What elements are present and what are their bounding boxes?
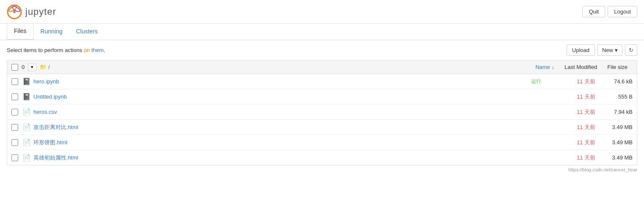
select-message: Select items to perform actions on them. bbox=[7, 47, 105, 53]
row-checkbox[interactable] bbox=[11, 154, 18, 161]
column-size[interactable]: File size bbox=[602, 64, 633, 70]
file-size: 3.49 MB bbox=[599, 124, 633, 130]
file-row: 📄 heros.csv 11 天前 7.94 kB bbox=[7, 104, 637, 120]
file-name[interactable]: hero.ipynb bbox=[33, 78, 531, 85]
new-button[interactable]: New ▾ bbox=[597, 44, 622, 56]
file-row: 📄 英雄初始属性.html 11 天前 3.49 MB bbox=[7, 150, 637, 165]
tab-clusters[interactable]: Clusters bbox=[69, 24, 104, 40]
row-checkbox[interactable] bbox=[11, 78, 18, 85]
file-size: 7.94 kB bbox=[599, 109, 633, 115]
file-icon: 📓 bbox=[22, 93, 31, 101]
file-modified: 11 天前 bbox=[545, 93, 595, 101]
file-icon: 📄 bbox=[22, 138, 31, 146]
logout-button[interactable]: Logout bbox=[608, 6, 637, 17]
tab-running[interactable]: Running bbox=[34, 24, 69, 40]
file-name[interactable]: 英雄初始属性.html bbox=[33, 154, 545, 162]
file-size: 74.6 kB bbox=[599, 78, 633, 85]
row-checkbox[interactable] bbox=[11, 124, 18, 131]
file-name[interactable]: 环形饼图.html bbox=[33, 139, 545, 146]
file-name[interactable]: 攻击距离对比.html bbox=[33, 124, 545, 131]
jupyter-logo-icon bbox=[7, 4, 22, 19]
file-icon: 📄 bbox=[22, 108, 31, 116]
tabs-bar: Files Running Clusters bbox=[0, 24, 644, 40]
file-row: 📓 hero.ipynb 运行 11 天前 74.6 kB bbox=[7, 74, 637, 89]
header-buttons: Quit Logout bbox=[582, 6, 637, 17]
file-icon: 📄 bbox=[22, 123, 31, 131]
row-checkbox[interactable] bbox=[11, 139, 18, 146]
file-row: 📓 Untitled.ipynb 11 天前 555 B bbox=[7, 89, 637, 104]
tab-files[interactable]: Files bbox=[7, 23, 34, 40]
file-icon: 📓 bbox=[22, 77, 31, 85]
file-modified: 11 天前 bbox=[545, 108, 595, 116]
column-modified[interactable]: Last Modified bbox=[559, 64, 602, 70]
file-row: 📄 环形饼图.html 11 天前 3.49 MB bbox=[7, 135, 637, 150]
breadcrumb-path: / bbox=[48, 64, 50, 70]
breadcrumb[interactable]: 📁 / bbox=[40, 64, 50, 70]
file-modified: 11 天前 bbox=[545, 139, 595, 146]
item-count: 0 bbox=[22, 64, 25, 70]
file-row: 📄 攻击距离对比.html 11 天前 3.49 MB bbox=[7, 120, 637, 135]
upload-button[interactable]: Upload bbox=[567, 44, 595, 56]
row-checkbox[interactable] bbox=[11, 109, 18, 116]
file-size: 3.49 MB bbox=[599, 139, 633, 146]
column-name[interactable]: Name ↓ bbox=[530, 64, 559, 70]
file-list-header: 0 ▾ 📁 / Name ↓ Last Modified File size bbox=[7, 60, 637, 74]
file-table: 📓 hero.ipynb 运行 11 天前 74.6 kB 📓 Untitled… bbox=[7, 74, 637, 165]
column-headers: Name ↓ Last Modified File size bbox=[53, 64, 633, 70]
file-modified: 11 天前 bbox=[545, 78, 595, 85]
file-modified: 11 天前 bbox=[545, 154, 595, 162]
logo-text: jupyter bbox=[25, 6, 56, 17]
file-name[interactable]: Untitled.ipynb bbox=[33, 94, 545, 100]
refresh-button[interactable]: ↻ bbox=[625, 44, 637, 56]
file-size: 555 B bbox=[599, 94, 633, 100]
toolbar-right: Upload New ▾ ↻ bbox=[567, 44, 637, 56]
footer-url-text: https://blog.csdn.net/cancer_hear bbox=[568, 167, 637, 172]
folder-icon: 📁 bbox=[40, 64, 47, 70]
file-name[interactable]: heros.csv bbox=[33, 109, 545, 115]
header: jupyter Quit Logout bbox=[0, 0, 644, 24]
file-icon: 📄 bbox=[22, 154, 31, 162]
new-dropdown-arrow: ▾ bbox=[615, 47, 618, 53]
item-dropdown-button[interactable]: ▾ bbox=[28, 63, 36, 71]
footer-url: https://blog.csdn.net/cancer_hear bbox=[0, 165, 644, 174]
toolbar: Select items to perform actions on them.… bbox=[0, 40, 644, 60]
new-button-label: New bbox=[602, 47, 613, 53]
file-size: 3.49 MB bbox=[599, 154, 633, 161]
file-list-container: 0 ▾ 📁 / Name ↓ Last Modified File size 📓… bbox=[0, 60, 644, 165]
file-modified: 11 天前 bbox=[545, 124, 595, 131]
running-badge: 运行 bbox=[531, 78, 541, 85]
select-all-checkbox[interactable] bbox=[11, 64, 18, 71]
quit-button[interactable]: Quit bbox=[582, 6, 605, 17]
logo: jupyter bbox=[7, 4, 56, 19]
row-checkbox[interactable] bbox=[11, 94, 18, 100]
svg-point-3 bbox=[13, 11, 16, 13]
